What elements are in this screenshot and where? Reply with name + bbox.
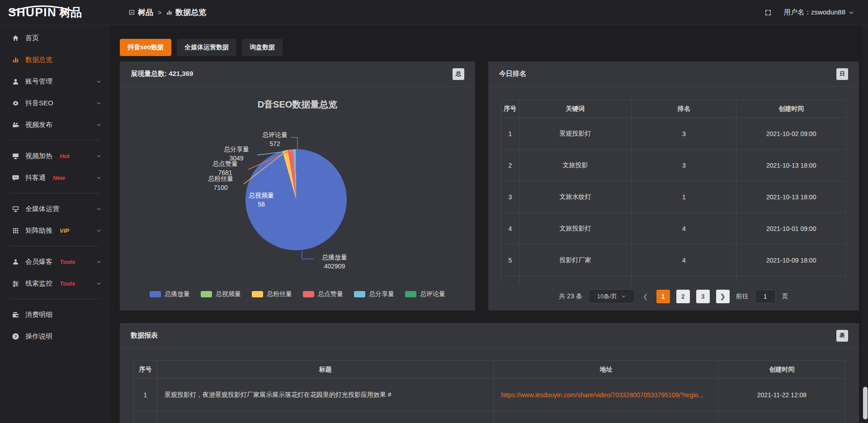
pie-label-videos: 总视频量58 (236, 191, 286, 209)
tab-inquiry[interactable]: 询盘数据 (242, 39, 283, 56)
sidebar-item-media-operation[interactable]: 全媒体运营 (0, 198, 108, 220)
page-button-1[interactable]: 1 (656, 290, 670, 303)
sidebar-item-data-overview[interactable]: 数据总览 (0, 49, 108, 70)
sidebar-item-label: 操作说明 (25, 332, 52, 341)
page-button-3[interactable]: 3 (696, 290, 710, 303)
username-label: 用户名：zswodun88 (784, 8, 845, 17)
chevron-down-icon (96, 100, 102, 106)
video-camera-icon (12, 121, 19, 129)
sidebar-item-label: 首页 (25, 34, 39, 42)
page-size-select[interactable]: 10条/页 (589, 289, 635, 304)
legend-swatch (303, 291, 314, 297)
chevron-down-icon (96, 206, 102, 212)
table-badge-button[interactable]: 表 (836, 330, 848, 342)
goto-unit: 页 (782, 292, 788, 301)
pie-label-fans: 总粉丝量7100 (196, 174, 245, 192)
tools-badge: Tools (60, 258, 75, 265)
sidebar-item-spending-detail[interactable]: 消费明细 (0, 304, 108, 325)
sidebar-item-matrix-boost[interactable]: 矩阵助推 VIP (0, 220, 108, 241)
prev-page-button[interactable]: ❮ (641, 293, 650, 300)
col-url: 地址 (494, 361, 718, 379)
home-icon (12, 34, 19, 42)
new-badge: New (53, 174, 65, 181)
page-button-2[interactable]: 2 (676, 290, 690, 303)
sidebar-item-home[interactable]: 首页 (0, 27, 108, 49)
sidebar-item-instructions[interactable]: ? 操作说明 (0, 325, 108, 347)
ranking-card-title: 今日排名 (499, 70, 526, 78)
chevron-down-icon (96, 175, 102, 181)
sidebar-item-douyin-seo[interactable]: 抖音SEO (0, 92, 108, 114)
vip-badge: VIP (60, 227, 69, 234)
hot-badge: Hot (60, 153, 70, 160)
table-row-partial (134, 411, 845, 423)
scrollbar-track[interactable] (862, 25, 868, 423)
table-header-row: 序号 关键词 排名 创建时间 (501, 100, 846, 118)
legend-item-likes[interactable]: 总点赞量 (303, 290, 343, 298)
chevron-down-icon (621, 294, 626, 299)
legend-item-shares[interactable]: 总分享量 (354, 290, 394, 298)
ranking-card: 今日排名 日 序号 关键词 排名 创建时间 1景观投影灯320 (488, 61, 859, 310)
col-keyword: 关键词 (519, 100, 632, 118)
col-title: 标题 (157, 361, 494, 379)
sidebar-item-label: 消费明细 (25, 310, 52, 319)
legend-item-plays[interactable]: 总播放量 (150, 290, 190, 298)
gear-icon (12, 99, 19, 107)
panel-icon (128, 9, 135, 16)
breadcrumb-label: 数据总览 (175, 7, 206, 18)
breadcrumb-item-data-overview[interactable]: 数据总览 (166, 7, 206, 18)
breadcrumb: 树品 > 数据总览 (128, 7, 206, 18)
goto-label: 前往 (736, 292, 749, 301)
table-header-row: 序号 标题 地址 创建时间 (134, 361, 845, 379)
sidebar-item-video-heat[interactable]: 视频加热 Hot (0, 145, 108, 167)
monitor-icon (12, 205, 19, 213)
sidebar: 首页 数据总览 账号管理 抖音SEO 视频发布 视频加热 Hot 抖客通 New… (0, 25, 108, 423)
table-row: 1景观投影灯32021-10-02 09:00 (501, 118, 846, 150)
report-card: 数据报表 表 序号 标题 地址 创建时间 1 景观投影灯，夜游景观投影灯 (120, 323, 859, 423)
fullscreen-icon (764, 9, 772, 17)
sidebar-item-label: 抖音SEO (25, 99, 53, 108)
col-created: 创建时间 (718, 361, 845, 379)
table-row: 5投影灯厂家42021-10-09 18:00 (501, 244, 846, 276)
day-badge-button[interactable]: 日 (836, 68, 848, 80)
table-row: 3文旅水纹灯12021-10-13 18:00 (501, 181, 846, 213)
fullscreen-button[interactable] (764, 9, 772, 17)
sidebar-item-video-publish[interactable]: 视频发布 (0, 114, 108, 136)
sidebar-item-label: 视频加热 (25, 152, 52, 160)
app-logo: SHUPIN 树品 (0, 5, 108, 20)
total-badge-button[interactable]: 总 (453, 68, 464, 80)
sidebar-item-label: 线索监控 (25, 279, 52, 288)
next-page-button[interactable]: ❯ (716, 290, 730, 303)
tab-douyin-seo[interactable]: 抖音seo数据 (120, 39, 171, 56)
legend-item-comments[interactable]: 总评论量 (405, 290, 445, 298)
scrollbar-thumb[interactable] (863, 387, 868, 419)
sidebar-item-member-burst[interactable]: 会员爆客 Tools (0, 251, 108, 273)
help-icon: ? (12, 333, 19, 340)
tab-media-operation[interactable]: 全媒体运营数据 (177, 39, 236, 56)
pagination: 共 23 条 10条/页 ❮ 1 2 3 ❯ 前往 页 (488, 289, 859, 304)
table-row-partial (501, 276, 846, 284)
legend-item-videos[interactable]: 总视频量 (201, 290, 241, 298)
goto-page-input[interactable] (755, 290, 776, 303)
sidebar-item-account[interactable]: 账号管理 (0, 70, 108, 92)
screen-icon (12, 152, 19, 160)
user-menu[interactable]: 用户名：zswodun88 (784, 8, 854, 17)
sidebar-divider (9, 140, 99, 141)
bar-chart-icon (166, 9, 173, 16)
sidebar-item-label: 数据总览 (25, 56, 52, 64)
tools-badge: Tools (60, 280, 75, 287)
pie-label-plays: 总播放量402909 (310, 253, 359, 271)
sidebar-item-lead-monitor[interactable]: 线索监控 Tools (0, 273, 108, 294)
breadcrumb-item-shupin[interactable]: 树品 (128, 7, 153, 18)
sidebar-item-label: 抖客通 (25, 174, 46, 182)
chart-legend: 总播放量 总视频量 总粉丝量 总点赞量 总分享量 总评论量 (120, 290, 475, 298)
sidebar-item-douketong[interactable]: 抖客通 New (0, 167, 108, 188)
main-content: 抖音seo数据 全媒体运营数据 询盘数据 展现量总数: 421,369 总 D音… (108, 25, 868, 423)
table-row: 4文旅投影灯42021-10-01 09:00 (501, 213, 846, 244)
sidebar-item-label: 矩阵助推 (25, 226, 52, 235)
legend-item-fans[interactable]: 总粉丝量 (252, 290, 292, 298)
sidebar-item-label: 账号管理 (25, 77, 52, 86)
breadcrumb-label: 树品 (138, 7, 153, 18)
video-link[interactable]: https://www.iesdouyin.com/share/video/70… (501, 391, 703, 399)
sidebar-divider (9, 193, 99, 193)
user-icon (12, 78, 19, 85)
